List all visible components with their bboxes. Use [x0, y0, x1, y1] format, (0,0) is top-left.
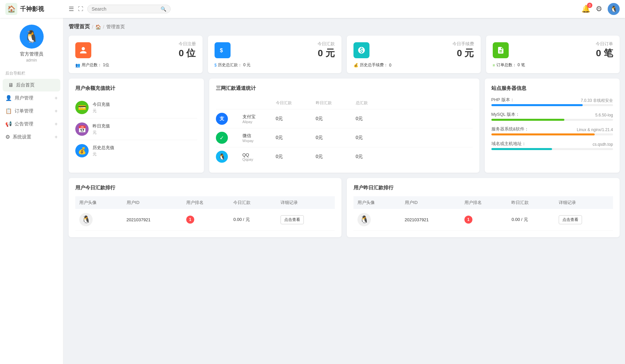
logo: 🏠 千神影视: [5, 3, 69, 15]
sidebar-item-settings[interactable]: ⚙ 系统设置 +: [0, 130, 63, 143]
balance-today-value: 元: [93, 108, 197, 114]
sidebar-label-announcements: 公告管理: [15, 121, 33, 127]
sidebar-item-users[interactable]: 👤 用户管理 +: [0, 91, 63, 104]
server-card: 站点服务器信息 PHP 版本： 7.0.33 非线程安全 MySQL 版本： 5…: [485, 79, 620, 173]
expand-users-icon[interactable]: +: [55, 95, 58, 101]
wechat-total: 0元: [356, 135, 396, 141]
breadcrumb: 管理首页 / 🏠 / 管理首页: [69, 23, 620, 30]
register-title: 今日注册: [179, 41, 196, 47]
qq-name: QQ: [243, 152, 276, 157]
domain-value: cs.qsdh.top: [593, 142, 613, 147]
ranking-today-table: 用户头像 用户ID 用户排名 今日汇款 详细记录 🐧 2021037921: [75, 196, 335, 231]
user-detail-today[interactable]: 点击查看: [277, 209, 335, 231]
alipay-name: 支付宝: [243, 114, 276, 120]
expand-announcements-icon[interactable]: +: [55, 121, 58, 127]
sidebar-item-orders[interactable]: 📋 订单管理 +: [0, 104, 63, 117]
settings-icon[interactable]: ⚙: [596, 5, 602, 13]
remit-title: 今日汇款: [317, 41, 335, 47]
php-value: 7.0.33 非线程安全: [581, 98, 613, 103]
qq-icon: 🐧: [216, 151, 228, 163]
qq-today: 0元: [276, 154, 316, 160]
announcement-icon: 📢: [5, 121, 12, 127]
stat-card-register: 今日注册 0 位 👥 用户总数：1位: [69, 36, 203, 73]
col-detail-yesterday: 详细记录: [555, 196, 613, 209]
detail-button-today[interactable]: 点击查看: [281, 215, 304, 224]
sidebar-label-settings: 系统设置: [13, 134, 31, 140]
user-detail-yesterday[interactable]: 点击查看: [555, 209, 613, 231]
wechat-name: 微信: [243, 133, 276, 139]
col-rank-today: 用户排名: [182, 196, 230, 209]
dashboard-icon: 🖥: [8, 82, 13, 88]
domain-label: 域名或主机地址：: [491, 141, 526, 147]
balance-item-total: 💰 历史总充值 元: [75, 140, 197, 161]
remit-value: 0 元: [317, 47, 335, 60]
col-avatar-yesterday: 用户头像: [353, 196, 401, 209]
fee-title: 今日手续费: [452, 41, 474, 47]
alipay-today: 0元: [276, 116, 316, 122]
order-icon: 📋: [5, 108, 12, 114]
search-bar[interactable]: 🔍: [87, 5, 171, 13]
balance-total-label: 历史总充值: [93, 145, 197, 151]
sidebar-nav-title: 后台导航栏: [0, 68, 63, 79]
menu-icon[interactable]: ☰: [69, 5, 74, 13]
user-avatar[interactable]: 🐧: [608, 3, 620, 15]
ranking-today-card: 用户今日汇款排行 用户头像 用户ID 用户排名 今日汇款 详细记录 🐧: [69, 178, 341, 237]
domain-bar: [491, 148, 552, 150]
php-label: PHP 版本：: [491, 97, 514, 103]
search-input[interactable]: [92, 6, 161, 12]
balance-today-label: 今日充值: [93, 101, 197, 107]
wechat-yesterday: 0元: [316, 135, 356, 141]
balance-card: 用户余额充值统计 💳 今日充值 元 📅 昨日充值 元 💰 历史总充值: [69, 79, 204, 173]
user-rank-today: 1: [182, 209, 230, 231]
notification-bell[interactable]: 🔔 0: [581, 5, 590, 13]
network-row-qq: 🐧 QQ Qqpay 0元 0元 0元: [216, 147, 473, 166]
settings-nav-icon: ⚙: [5, 134, 10, 140]
col-rank-yesterday: 用户排名: [460, 196, 508, 209]
logo-icon: 🏠: [5, 3, 17, 15]
register-footer: 👥 用户总数：1位: [75, 62, 196, 68]
order-stat-icon: [493, 42, 509, 58]
sidebar-role: admin: [26, 58, 37, 63]
breadcrumb-current: 管理首页: [106, 24, 125, 30]
expand-icon[interactable]: ⛶: [78, 6, 83, 12]
stat-card-order: 今日订单 0 笔 ≡ 订单总数：0 笔: [486, 36, 620, 73]
sidebar-item-announcements[interactable]: 📢 公告管理 +: [0, 117, 63, 130]
alipay-total: 0元: [356, 116, 396, 122]
network-card: 三网汇款通道统计 今日汇款 昨日汇款 总汇款 支 支付宝: [209, 79, 479, 173]
balance-total-icon: 💰: [75, 144, 89, 157]
expand-orders-icon[interactable]: +: [55, 108, 58, 114]
order-value: 0 笔: [596, 47, 613, 60]
breadcrumb-home-icon: 🏠: [95, 24, 101, 30]
balance-total-value: 元: [93, 151, 197, 157]
balance-yesterday-icon: 📅: [75, 122, 89, 136]
network-table: 今日汇款 昨日汇款 总汇款 支 支付宝 Alipay 0元 0元 0元: [216, 97, 473, 166]
remit-footer: $ 历史总汇款：0 元: [215, 62, 335, 68]
col-amount-yesterday: 昨日汇款: [507, 196, 555, 209]
breadcrumb-title: 管理首页: [69, 23, 90, 30]
search-icon[interactable]: 🔍: [161, 6, 166, 12]
balance-yesterday-value: 元: [93, 130, 197, 135]
network-header-row: 今日汇款 昨日汇款 总汇款: [216, 97, 473, 109]
detail-button-yesterday[interactable]: 点击查看: [559, 215, 582, 224]
server-title: 站点服务器信息: [491, 85, 613, 91]
notification-count: 0: [587, 3, 592, 8]
balance-item-yesterday: 📅 昨日充值 元: [75, 118, 197, 140]
header-controls: ☰ ⛶ 🔍: [69, 5, 171, 13]
remit-icon: $: [215, 42, 231, 58]
stats-row: 今日注册 0 位 👥 用户总数：1位 $ 今日汇款 0 元 $: [69, 36, 620, 73]
user-amount-today: 0.00 / 元: [229, 209, 277, 231]
os-label: 服务器系统&软件：: [491, 126, 529, 132]
balance-today-icon: 💳: [75, 101, 89, 114]
expand-settings-icon[interactable]: +: [55, 134, 58, 140]
sidebar-profile: 🐧 官方管理员 admin: [0, 18, 63, 68]
sidebar-username: 官方管理员: [20, 51, 43, 57]
wechat-today: 0元: [276, 135, 316, 141]
table-row: 🐧 2021037921 1 0.00 / 元 点击查看: [75, 209, 335, 231]
balance-title: 用户余额充值统计: [75, 85, 197, 91]
order-title: 今日订单: [596, 41, 613, 47]
col-userid-today: 用户ID: [123, 196, 182, 209]
ranking-row: 用户今日汇款排行 用户头像 用户ID 用户排名 今日汇款 详细记录 🐧: [69, 178, 620, 237]
sidebar-item-dashboard[interactable]: 🖥 后台首页: [3, 79, 60, 91]
ranking-yesterday-table: 用户头像 用户ID 用户排名 昨日汇款 详细记录 🐧 2021037921: [353, 196, 613, 231]
alipay-yesterday: 0元: [316, 116, 356, 122]
